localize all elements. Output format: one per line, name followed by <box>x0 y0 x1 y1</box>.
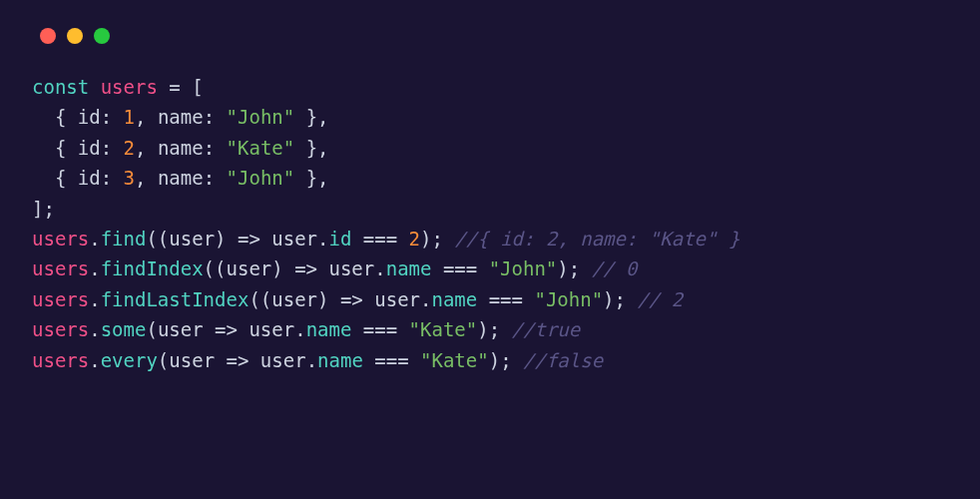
dot: . <box>306 349 317 371</box>
arrow: => <box>215 318 238 340</box>
open-bracket: [ <box>192 76 203 98</box>
dot: . <box>89 288 100 310</box>
dot: . <box>89 318 100 340</box>
val-2: 2 <box>409 228 420 250</box>
obj-users: users <box>32 288 89 310</box>
param-user: user <box>227 257 272 279</box>
prop-id: id <box>78 167 101 189</box>
arrow: => <box>227 349 249 371</box>
str-kate: "Kate" <box>227 137 295 159</box>
arrow: => <box>340 288 363 310</box>
identifier-users: users <box>101 76 158 98</box>
paren-open: (( <box>204 257 227 279</box>
brace-open: { <box>55 167 78 189</box>
comma: , <box>135 106 158 128</box>
close: ); <box>420 228 454 250</box>
colon: : <box>204 167 227 189</box>
body-user: user <box>248 349 305 371</box>
brace-close: }, <box>294 137 328 159</box>
window-traffic-lights <box>40 28 948 44</box>
param-user: user <box>271 288 317 310</box>
paren-open: ( <box>146 318 157 340</box>
prop-name: name <box>158 137 204 159</box>
space <box>204 318 215 340</box>
method-some: some <box>101 318 147 340</box>
keyword-const: const <box>32 76 89 98</box>
equals: = <box>158 76 192 98</box>
num-3: 3 <box>124 167 135 189</box>
str-john: "John" <box>227 167 295 189</box>
brace-open: { <box>55 106 78 128</box>
obj-users: users <box>32 257 89 279</box>
dot: . <box>89 257 100 279</box>
space <box>215 349 226 371</box>
brace-close: }, <box>294 167 328 189</box>
paren-open: (( <box>248 288 271 310</box>
colon: : <box>204 137 227 159</box>
maximize-icon[interactable] <box>94 28 110 44</box>
val-kate: "Kate" <box>409 318 478 340</box>
method-find: find <box>101 228 147 250</box>
brace-close: }, <box>294 106 328 128</box>
body-user: user <box>238 318 294 340</box>
prop-name: name <box>317 349 363 371</box>
comma: , <box>135 137 158 159</box>
prop-name: name <box>431 288 477 310</box>
arrow: => <box>294 257 317 279</box>
num-2: 2 <box>124 137 135 159</box>
close-bracket: ]; <box>32 198 55 220</box>
close: ); <box>489 349 523 371</box>
comment: //false <box>523 349 603 371</box>
colon: : <box>204 106 227 128</box>
op-eq: === <box>351 228 408 250</box>
prop-id: id <box>78 106 101 128</box>
obj-users: users <box>32 318 89 340</box>
comment: //{ id: 2, name: "Kate" } <box>454 228 739 250</box>
param-user: user <box>169 349 215 371</box>
prop-name: name <box>158 167 204 189</box>
code-block: const users = [ { id: 1, name: "John" },… <box>32 72 948 375</box>
body-user: user <box>317 257 374 279</box>
num-1: 1 <box>124 106 135 128</box>
val-kate: "Kate" <box>420 349 489 371</box>
method-findindex: findIndex <box>101 257 204 279</box>
param-user: user <box>158 318 204 340</box>
body-user: user <box>260 228 317 250</box>
dot: . <box>294 318 305 340</box>
val-john: "John" <box>534 288 603 310</box>
dot: . <box>317 228 328 250</box>
colon: : <box>101 137 124 159</box>
prop-id: id <box>329 228 352 250</box>
dot: . <box>89 228 100 250</box>
obj-users: users <box>32 349 89 371</box>
prop-name: name <box>158 106 204 128</box>
colon: : <box>101 106 124 128</box>
comment: // 0 <box>592 257 638 279</box>
param-user: user <box>169 228 215 250</box>
op-eq: === <box>431 257 488 279</box>
op-eq: === <box>363 349 420 371</box>
comment: // 2 <box>637 288 683 310</box>
comma: , <box>135 167 158 189</box>
op-eq: === <box>351 318 408 340</box>
paren-open: ( <box>158 349 169 371</box>
val-john: "John" <box>489 257 558 279</box>
brace-open: { <box>55 137 78 159</box>
prop-name: name <box>306 318 352 340</box>
paren-close: ) <box>271 257 294 279</box>
prop-name: name <box>386 257 432 279</box>
dot: . <box>420 288 431 310</box>
minimize-icon[interactable] <box>67 28 83 44</box>
paren-close: ) <box>317 288 340 310</box>
obj-users: users <box>32 228 89 250</box>
close: ); <box>557 257 591 279</box>
op-eq: === <box>477 288 534 310</box>
body-user: user <box>363 288 420 310</box>
close-icon[interactable] <box>40 28 56 44</box>
arrow: => <box>238 228 260 250</box>
paren-open: (( <box>146 228 169 250</box>
colon: : <box>101 167 124 189</box>
close: ); <box>477 318 511 340</box>
method-findlastindex: findLastIndex <box>101 288 249 310</box>
str-john: "John" <box>227 106 295 128</box>
